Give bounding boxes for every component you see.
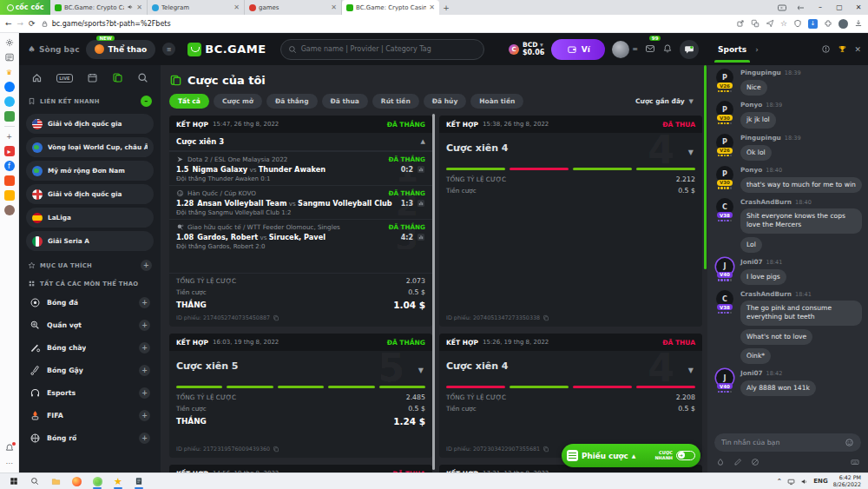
wallet-button[interactable]: Ví bbox=[551, 39, 605, 60]
home-icon[interactable] bbox=[31, 72, 43, 83]
match-stats-icon[interactable] bbox=[417, 233, 425, 241]
tab-close-icon[interactable]: ✕ bbox=[331, 3, 337, 11]
tab-history-icon[interactable] bbox=[792, 3, 811, 13]
chevron-right-icon[interactable]: › bbox=[755, 45, 759, 54]
bet-card-subheader[interactable]: Cược xiên 3▲ bbox=[169, 133, 432, 151]
keyboard-icon[interactable] bbox=[851, 458, 859, 466]
quick-link-item-5[interactable]: Giải Seria A bbox=[26, 231, 154, 251]
match-stats-icon[interactable] bbox=[417, 165, 425, 174]
sidebar-sport-cricket[interactable]: Bóng Gậy+ bbox=[26, 359, 154, 381]
filter-pill-1[interactable]: Cược mở bbox=[214, 94, 262, 109]
chat-username[interactable]: CrashAndBurn18:41 bbox=[740, 290, 862, 298]
quick-link-item-1[interactable]: Vòng loại World Cup, châu Âu bbox=[26, 137, 154, 157]
send-icon[interactable] bbox=[766, 19, 774, 28]
facebook-icon[interactable]: f bbox=[4, 161, 15, 171]
expand-sport-button[interactable]: + bbox=[139, 365, 150, 376]
add-favorite-button[interactable]: + bbox=[141, 260, 152, 271]
filter-pill-4[interactable]: Rút tiền bbox=[372, 94, 419, 109]
copy-icon[interactable] bbox=[542, 314, 549, 321]
chat-username[interactable]: Joni0718:42 bbox=[740, 369, 862, 377]
filter-pill-5[interactable]: Đã hủy bbox=[424, 94, 467, 109]
browser-tab-1[interactable]: Telegram✕ bbox=[148, 0, 245, 15]
block-icon[interactable] bbox=[751, 458, 760, 466]
chat-username[interactable]: Pingupingu18:39 bbox=[740, 69, 862, 76]
weather-icon[interactable] bbox=[4, 96, 15, 107]
tray-chevron-icon[interactable]: ⌃ bbox=[777, 478, 783, 486]
browser-tab-3[interactable]: BC.Game: Crypto Casino Ga✕ bbox=[342, 0, 439, 15]
sidebar-sport-basketball[interactable]: Bóng rổ+ bbox=[26, 426, 154, 449]
settings-gear-icon[interactable] bbox=[4, 37, 15, 48]
copy-icon[interactable] bbox=[273, 446, 279, 453]
quick-link-item-4[interactable]: LaLiga bbox=[26, 208, 154, 228]
crown-icon[interactable]: ♛ bbox=[4, 67, 15, 77]
taskbar-file-explorer-icon[interactable] bbox=[45, 473, 66, 489]
chat-message-input[interactable]: Tin nhắn của bạn bbox=[714, 433, 861, 452]
taskbar-docs-icon[interactable] bbox=[128, 473, 149, 489]
expand-sport-button[interactable]: + bbox=[139, 342, 150, 354]
news-feed-icon[interactable] bbox=[4, 52, 15, 63]
sort-dropdown[interactable]: Cược gần đây▼ bbox=[635, 97, 694, 105]
volume-icon[interactable] bbox=[800, 478, 808, 486]
coccoc-brand-button[interactable]: cốc cốc bbox=[0, 0, 50, 15]
filter-pill-6[interactable]: Hoàn tiền bbox=[470, 94, 523, 109]
user-avatar[interactable] bbox=[612, 41, 629, 58]
browser-tab-2[interactable]: games✕ bbox=[245, 0, 342, 15]
tab-close-icon[interactable]: ✕ bbox=[233, 3, 240, 11]
bet-card-0[interactable]: KẾT HỢP15:47, 26 thg 8, 2022ĐÃ THẮNGCược… bbox=[169, 116, 432, 327]
chat-username[interactable]: Ponyo18:40 bbox=[740, 166, 862, 174]
expand-caret-icon[interactable]: ▼ bbox=[688, 367, 694, 374]
mail-button[interactable]: 99 bbox=[645, 41, 655, 57]
forward-button[interactable]: → bbox=[17, 19, 24, 28]
game-search-input[interactable]: Game name | Provider | Category Tag bbox=[280, 39, 484, 60]
more-icon[interactable]: ⋯ bbox=[4, 458, 15, 468]
emoji-icon[interactable] bbox=[845, 438, 854, 447]
sidebar-sport-fifa[interactable]: FIFA+ bbox=[26, 404, 154, 426]
nav-menu-button[interactable]: ≡ bbox=[162, 43, 175, 56]
collapse-quick-links-button[interactable]: – bbox=[141, 96, 152, 107]
quick-link-item-3[interactable]: Giải vô địch quốc gia bbox=[26, 184, 154, 204]
maximize-button[interactable]: ▢ bbox=[830, 3, 849, 11]
rain-tip-icon[interactable] bbox=[716, 458, 725, 466]
taskbar-start-icon[interactable] bbox=[3, 473, 24, 489]
quick-link-item-0[interactable]: Giải vô địch quốc gia bbox=[26, 114, 154, 134]
bet-card-4[interactable]: KẾT HỢP14:56, 19 thg 8, 2022ĐÃ THUA bbox=[169, 465, 432, 472]
shield-icon[interactable] bbox=[793, 19, 802, 28]
betslip-button[interactable]: Phiếu cược ▲ CƯỢCNHANH ➜ bbox=[562, 444, 700, 467]
match-stats-icon[interactable] bbox=[417, 199, 425, 208]
bookmark-star-icon[interactable]: ☆ bbox=[780, 19, 787, 28]
tab-search-icon[interactable] bbox=[773, 3, 792, 13]
bet-card-collapsed-row[interactable]: Cược xiên 44▼ bbox=[439, 133, 702, 166]
network-icon[interactable] bbox=[787, 478, 795, 486]
chat-username[interactable]: Ponyo18:39 bbox=[740, 101, 862, 109]
tab-close-icon[interactable]: ✕ bbox=[429, 3, 435, 11]
browser-profile-avatar[interactable] bbox=[838, 19, 848, 29]
sidebar-sport-tennis[interactable]: Quần vợt+ bbox=[26, 314, 154, 336]
tab-close-icon[interactable]: ✕ bbox=[136, 3, 142, 11]
new-tab-button[interactable]: + bbox=[439, 0, 453, 15]
quick-link-item-2[interactable]: Mỹ mở rộng Đơn Nam bbox=[26, 161, 154, 181]
chat-close-icon[interactable]: ✕ bbox=[854, 45, 861, 54]
expand-sport-button[interactable]: + bbox=[139, 410, 150, 421]
chat-rules-info-icon[interactable] bbox=[821, 44, 831, 54]
expand-sport-button[interactable]: + bbox=[139, 320, 150, 331]
filter-pill-0[interactable]: Tất cả bbox=[169, 94, 209, 109]
youtube-icon[interactable]: ▸ bbox=[4, 146, 15, 156]
copy-icon[interactable] bbox=[273, 314, 279, 321]
sidebar-sport-baseball[interactable]: Bóng chày+ bbox=[26, 336, 154, 359]
filter-pill-2[interactable]: Đã thắng bbox=[266, 94, 318, 109]
currency-selector[interactable]: C BCD ▾$0.06 bbox=[509, 41, 544, 57]
url-field[interactable]: bc.game/sports?bt-path=%2Fbets bbox=[41, 20, 266, 28]
chat-username[interactable]: CrashAndBurn18:40 bbox=[740, 198, 862, 206]
reload-button[interactable]: ⟳ bbox=[29, 19, 36, 28]
sports-nav[interactable]: NEW Thể thao bbox=[86, 40, 155, 59]
add-icon[interactable]: + bbox=[4, 131, 15, 142]
casino-nav[interactable]: ♠Sòng bạc bbox=[28, 44, 79, 54]
games-hub-icon[interactable] bbox=[4, 111, 15, 122]
trophy-icon[interactable] bbox=[838, 44, 847, 54]
minimize-button[interactable]: – bbox=[811, 3, 830, 11]
taskbar-favorites-star-icon[interactable]: ★ bbox=[108, 473, 128, 489]
cards-scrollbar-thumb[interactable] bbox=[432, 114, 435, 470]
market-icon[interactable] bbox=[4, 205, 15, 215]
deals-icon[interactable] bbox=[4, 190, 15, 201]
calendar-icon[interactable] bbox=[87, 72, 98, 83]
